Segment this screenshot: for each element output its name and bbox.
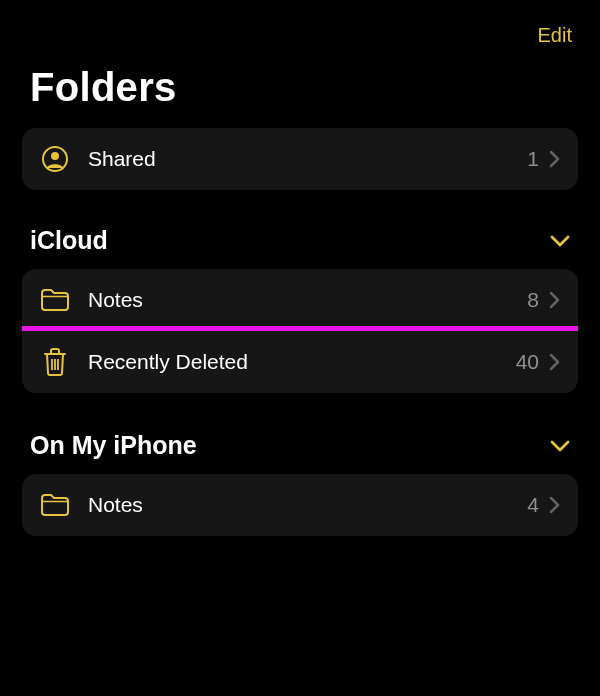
folder-label: Notes bbox=[88, 493, 527, 517]
folder-row-notes-local[interactable]: Notes 4 bbox=[22, 474, 578, 536]
on-my-iphone-group: Notes 4 bbox=[22, 474, 578, 536]
folder-icon bbox=[40, 490, 70, 520]
section-header-icloud[interactable]: iCloud bbox=[0, 190, 600, 269]
folder-row-shared[interactable]: Shared 1 bbox=[22, 128, 578, 190]
folder-row-recently-deleted[interactable]: Recently Deleted 40 bbox=[22, 331, 578, 393]
folder-row-notes[interactable]: Notes 8 bbox=[22, 269, 578, 331]
chevron-right-icon bbox=[549, 150, 560, 168]
folder-icon bbox=[40, 285, 70, 315]
chevron-down-icon bbox=[550, 440, 570, 452]
highlight-box: Recently Deleted 40 bbox=[22, 326, 578, 393]
top-bar: Edit bbox=[0, 0, 600, 47]
section-header-on-my-iphone[interactable]: On My iPhone bbox=[0, 393, 600, 474]
folder-label: Notes bbox=[88, 288, 527, 312]
section-title: iCloud bbox=[30, 226, 108, 255]
section-title: On My iPhone bbox=[30, 431, 197, 460]
chevron-right-icon bbox=[549, 353, 560, 371]
shared-group: Shared 1 bbox=[22, 128, 578, 190]
folder-count: 40 bbox=[516, 350, 539, 374]
page-title: Folders bbox=[0, 47, 600, 128]
folder-count: 8 bbox=[527, 288, 539, 312]
folder-label: Recently Deleted bbox=[88, 350, 516, 374]
chevron-right-icon bbox=[549, 496, 560, 514]
folder-count: 4 bbox=[527, 493, 539, 517]
folder-label: Shared bbox=[88, 147, 527, 171]
svg-point-1 bbox=[51, 152, 59, 160]
chevron-right-icon bbox=[549, 291, 560, 309]
icloud-group: Notes 8 Recently Deleted 40 bbox=[22, 269, 578, 393]
folder-count: 1 bbox=[527, 147, 539, 171]
chevron-down-icon bbox=[550, 235, 570, 247]
edit-button[interactable]: Edit bbox=[538, 24, 572, 47]
trash-icon bbox=[40, 347, 70, 377]
person-circle-icon bbox=[40, 144, 70, 174]
